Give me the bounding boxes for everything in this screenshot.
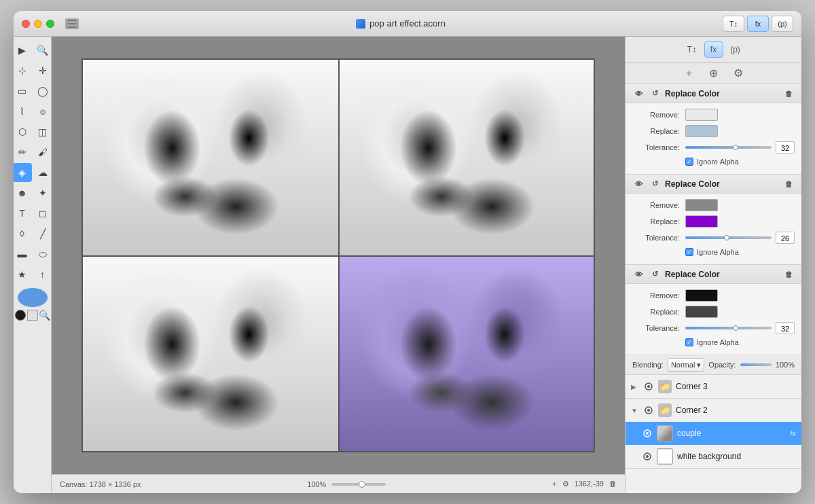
visibility-couple[interactable] <box>642 428 653 439</box>
ignore-alpha-checkbox-1[interactable] <box>685 158 693 166</box>
formula-p-button[interactable]: (p) <box>772 16 793 32</box>
remove-color-swatch-2[interactable] <box>685 199 718 211</box>
eraser-tool[interactable]: ◈ <box>14 163 32 182</box>
replace-color-swatch-3[interactable] <box>685 306 718 318</box>
tolerance-label-2: Tolerance: <box>632 234 680 242</box>
filter-undo-2[interactable]: ↺ <box>649 178 661 190</box>
opacity-slider[interactable] <box>740 363 772 366</box>
window-title: pop art effect.acorn <box>84 18 717 29</box>
rt-text-btn[interactable]: T↕ <box>683 41 702 58</box>
magnify-tool[interactable]: 🔍 <box>39 310 50 321</box>
rect-marquee-tool[interactable]: ▭ <box>14 82 32 101</box>
right-toolbar: T↕ fx (p) <box>626 37 801 62</box>
rt-fx-btn[interactable]: fx <box>704 41 723 58</box>
visibility-white-bg[interactable] <box>642 451 653 462</box>
opacity-value: 100% <box>776 361 795 369</box>
ignore-alpha-checkbox-2[interactable] <box>685 248 693 256</box>
polygon-lasso-tool[interactable]: ⌾ <box>33 102 52 121</box>
gradient-tool[interactable]: ◫ <box>33 122 52 141</box>
tolerance-row-2: Tolerance: 26 <box>632 232 795 244</box>
formula-button[interactable]: fx <box>747 16 769 32</box>
tolerance-label-1: Tolerance: <box>632 143 680 151</box>
blend-mode-select[interactable]: Normal ▾ <box>668 358 704 372</box>
layer-item-corner3[interactable]: ▶ 📁 Corner 3 <box>626 375 801 398</box>
ignore-alpha-checkbox-3[interactable] <box>685 338 693 346</box>
expand-corner2[interactable]: ▼ <box>631 407 639 414</box>
zoom-slider[interactable] <box>331 483 386 486</box>
rt-p-btn[interactable]: (p) <box>726 41 745 58</box>
tolerance-slider-2[interactable] <box>685 236 772 239</box>
star-tool[interactable]: ★ <box>14 265 32 284</box>
tolerance-val-3[interactable]: 32 <box>776 322 795 334</box>
crop-tool[interactable]: ⊹ <box>14 61 32 80</box>
filter-delete-2[interactable]: 🗑 <box>782 178 795 190</box>
replace-color-swatch-1[interactable] <box>685 125 718 137</box>
visibility-corner2[interactable] <box>643 405 654 416</box>
tool-group-pen: ◊ ╱ <box>14 224 52 243</box>
opacity-label: Opacity: <box>708 361 736 369</box>
brush-tool[interactable]: 🖌 <box>33 143 52 162</box>
remove-color-swatch-1[interactable] <box>685 109 718 121</box>
layer-item-couple[interactable]: couple fx <box>626 422 801 445</box>
titlebar-right-buttons: T↕ fx (p) <box>723 16 793 32</box>
zoom-tool[interactable]: 🔍 <box>33 41 52 60</box>
foreground-color[interactable] <box>15 310 26 321</box>
document-icon <box>356 19 365 29</box>
visibility-corner3[interactable] <box>643 381 654 392</box>
filter-title-3: Replace Color <box>665 270 778 279</box>
smudge-tool[interactable]: ☁ <box>33 163 52 182</box>
traffic-lights <box>22 20 54 28</box>
paint-bucket-tool[interactable]: ⬡ <box>14 122 32 141</box>
tolerance-slider-1[interactable] <box>685 146 772 149</box>
globe-filter-button[interactable]: ⊕ <box>706 65 722 82</box>
filter-delete-1[interactable]: 🗑 <box>782 88 795 100</box>
add-filter-button[interactable]: + <box>681 65 698 82</box>
tolerance-val-1[interactable]: 32 <box>776 141 795 154</box>
layer-gear-button[interactable]: ⚙ <box>562 480 569 488</box>
add-layer-button[interactable]: + <box>552 480 556 488</box>
lasso-tool[interactable]: ⌇ <box>14 102 32 121</box>
maximize-button[interactable] <box>46 20 54 28</box>
clone-tool[interactable]: ☻ <box>14 183 32 202</box>
sidebar-toggle[interactable] <box>65 18 79 29</box>
background-color[interactable] <box>27 310 38 321</box>
heal-tool[interactable]: ✦ <box>33 183 52 202</box>
filter-eye-3[interactable]: 👁 <box>632 268 645 281</box>
canvas-content[interactable] <box>52 37 625 474</box>
expand-corner3[interactable]: ▶ <box>631 383 639 391</box>
replace-color-swatch-2[interactable] <box>685 215 718 228</box>
layer-item-white-bg[interactable]: white background <box>626 445 801 468</box>
ellipse-marquee-tool[interactable]: ◯ <box>33 82 52 101</box>
white-bg-thumbnail <box>657 448 673 465</box>
pen-tool[interactable]: ◊ <box>14 224 32 243</box>
flood-fill-tool[interactable] <box>18 288 48 307</box>
line-tool[interactable]: ╱ <box>33 224 52 243</box>
shape-tool[interactable]: ◻ <box>33 204 52 223</box>
artwork <box>82 58 595 452</box>
layer-item-corner2[interactable]: ▼ 📁 Corner 2 <box>626 399 801 422</box>
trash-button[interactable]: 🗑 <box>609 480 617 488</box>
remove-label-1: Remove: <box>632 111 680 119</box>
text-tool[interactable]: T <box>14 204 32 223</box>
arrow-shape-tool[interactable]: ↑ <box>33 265 52 284</box>
text-tool-button[interactable]: T↕ <box>723 16 744 32</box>
filter-undo-3[interactable]: ↺ <box>649 268 661 281</box>
corner2-label: Corner 2 <box>676 406 796 415</box>
close-button[interactable] <box>22 20 30 28</box>
tolerance-slider-3[interactable] <box>685 327 772 329</box>
remove-color-swatch-3[interactable] <box>685 289 718 302</box>
tolerance-val-2[interactable]: 26 <box>776 232 795 244</box>
filter-delete-3[interactable]: 🗑 <box>782 268 795 281</box>
tool-group-extra: ★ ↑ <box>14 265 52 284</box>
arrow-tool[interactable]: ▶ <box>14 41 32 60</box>
filter-eye-2[interactable]: 👁 <box>632 178 645 190</box>
rect-shape-tool[interactable]: ▬ <box>14 245 32 264</box>
minimize-button[interactable] <box>34 20 42 28</box>
canvas-statusbar: Canvas: 1738 × 1336 px 100% + ⚙ 1362,-39… <box>52 474 625 493</box>
oval-shape-tool[interactable]: ⬭ <box>33 245 52 264</box>
pencil-tool[interactable]: ✏ <box>14 143 32 162</box>
filter-eye-1[interactable]: 👁 <box>632 88 645 100</box>
filter-undo-1[interactable]: ↺ <box>649 88 661 100</box>
gear-filter-button[interactable]: ⚙ <box>730 65 746 82</box>
transform-tool[interactable]: ✛ <box>33 61 52 80</box>
